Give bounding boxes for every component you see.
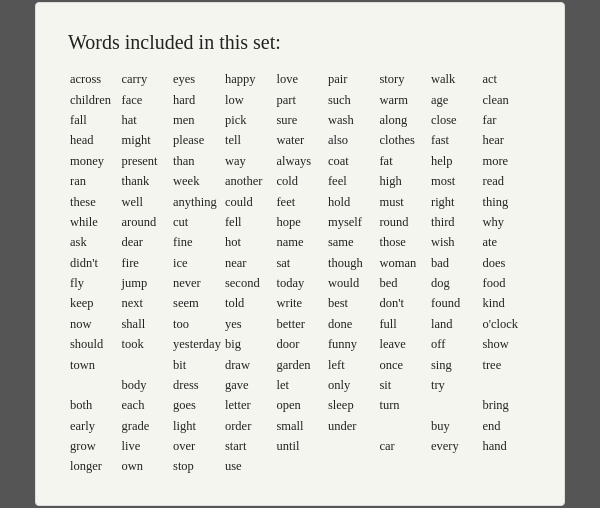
word-item: stop	[171, 457, 223, 476]
word-item: right	[429, 193, 481, 212]
word-item: small	[274, 417, 326, 436]
word-item: grow	[68, 437, 120, 456]
word-item: those	[377, 233, 429, 252]
word-item: every	[429, 437, 481, 456]
word-item: must	[377, 193, 429, 212]
word-item: clean	[480, 91, 532, 110]
word-item: along	[377, 111, 429, 130]
word-item: men	[171, 111, 223, 130]
word-item	[326, 437, 378, 456]
word-item: never	[171, 274, 223, 293]
word-item: thing	[480, 193, 532, 212]
word-item: pair	[326, 70, 378, 89]
word-item: full	[377, 315, 429, 334]
word-item: turn	[377, 396, 429, 415]
word-item: draw	[223, 356, 275, 375]
word-item: would	[326, 274, 378, 293]
word-item: fine	[171, 233, 223, 252]
word-item: story	[377, 70, 429, 89]
word-item: fire	[120, 254, 172, 273]
word-item: fell	[223, 213, 275, 232]
word-item: head	[68, 131, 120, 150]
word-item: car	[377, 437, 429, 456]
word-item: buy	[429, 417, 481, 436]
word-item	[120, 356, 172, 375]
word-item: pick	[223, 111, 275, 130]
word-item: once	[377, 356, 429, 375]
word-item: dear	[120, 233, 172, 252]
word-item: low	[223, 91, 275, 110]
word-item: garden	[274, 356, 326, 375]
word-item: money	[68, 152, 120, 171]
word-list-card: Words included in this set: acrosscarrye…	[35, 2, 565, 506]
word-item: next	[120, 294, 172, 313]
word-item: wash	[326, 111, 378, 130]
word-item: eyes	[171, 70, 223, 89]
word-item: body	[120, 376, 172, 395]
word-item: hat	[120, 111, 172, 130]
word-item: food	[480, 274, 532, 293]
word-item: sleep	[326, 396, 378, 415]
word-item: water	[274, 131, 326, 150]
word-item: best	[326, 294, 378, 313]
word-item: letter	[223, 396, 275, 415]
word-item: does	[480, 254, 532, 273]
word-item: around	[120, 213, 172, 232]
word-item: left	[326, 356, 378, 375]
word-item: thank	[120, 172, 172, 191]
word-item: love	[274, 70, 326, 89]
word-item: though	[326, 254, 378, 273]
word-item: face	[120, 91, 172, 110]
word-item: done	[326, 315, 378, 334]
word-item: help	[429, 152, 481, 171]
word-item: week	[171, 172, 223, 191]
word-item: leave	[377, 335, 429, 354]
word-item: across	[68, 70, 120, 89]
word-item: off	[429, 335, 481, 354]
word-item: second	[223, 274, 275, 293]
word-item: took	[120, 335, 172, 354]
word-item: open	[274, 396, 326, 415]
word-item: might	[120, 131, 172, 150]
word-item: could	[223, 193, 275, 212]
word-item: fat	[377, 152, 429, 171]
word-item: present	[120, 152, 172, 171]
word-item: better	[274, 315, 326, 334]
word-item: close	[429, 111, 481, 130]
word-item: own	[120, 457, 172, 476]
word-item: yes	[223, 315, 275, 334]
word-item: carry	[120, 70, 172, 89]
word-item: sit	[377, 376, 429, 395]
word-item: found	[429, 294, 481, 313]
word-item: feel	[326, 172, 378, 191]
word-item: both	[68, 396, 120, 415]
word-item: more	[480, 152, 532, 171]
word-item: hear	[480, 131, 532, 150]
word-item: end	[480, 417, 532, 436]
word-grid: acrosscarryeyeshappylovepairstorywalkact…	[68, 70, 532, 477]
word-item: keep	[68, 294, 120, 313]
word-item: write	[274, 294, 326, 313]
word-item: myself	[326, 213, 378, 232]
word-item: seem	[171, 294, 223, 313]
word-item: sat	[274, 254, 326, 273]
word-item: try	[429, 376, 481, 395]
word-item: today	[274, 274, 326, 293]
word-item: didn't	[68, 254, 120, 273]
word-item: fly	[68, 274, 120, 293]
word-item: read	[480, 172, 532, 191]
word-item: let	[274, 376, 326, 395]
word-item: way	[223, 152, 275, 171]
word-item: don't	[377, 294, 429, 313]
word-item: kind	[480, 294, 532, 313]
word-item: door	[274, 335, 326, 354]
word-item: name	[274, 233, 326, 252]
word-item: under	[326, 417, 378, 436]
word-item: longer	[68, 457, 120, 476]
word-item: near	[223, 254, 275, 273]
word-item: only	[326, 376, 378, 395]
word-item: why	[480, 213, 532, 232]
word-item: bit	[171, 356, 223, 375]
word-item: round	[377, 213, 429, 232]
word-item: live	[120, 437, 172, 456]
